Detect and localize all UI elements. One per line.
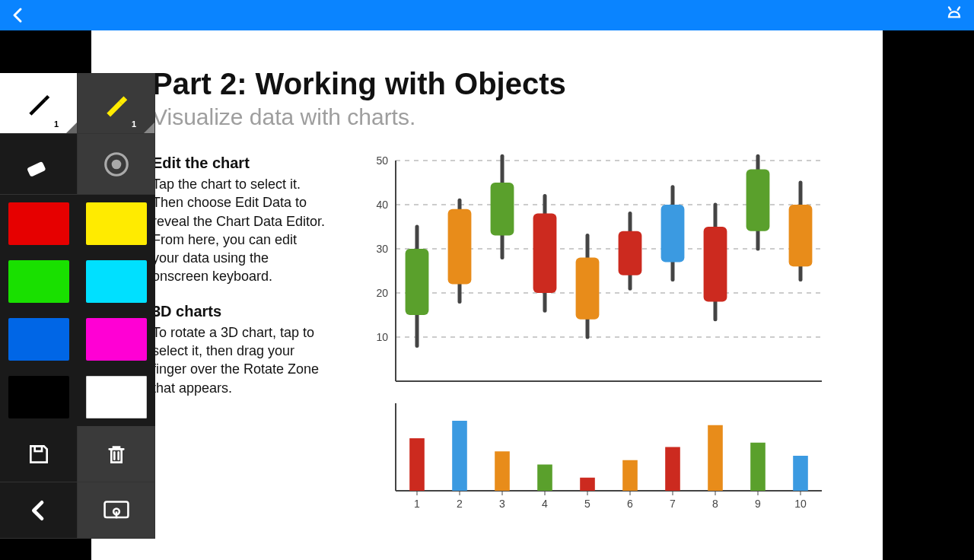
svg-rect-15 (406, 249, 429, 315)
svg-rect-54 (665, 447, 680, 492)
svg-text:2: 2 (457, 498, 463, 510)
save-icon (27, 442, 51, 466)
svg-point-68 (111, 159, 121, 169)
touch-mode-button[interactable] (78, 482, 155, 539)
svg-text:10: 10 (794, 498, 807, 510)
color-swatch[interactable] (86, 376, 147, 418)
trash-icon (104, 442, 129, 466)
pen-tool[interactable]: 1 (0, 73, 78, 134)
svg-rect-25 (619, 231, 642, 275)
color-palette (0, 195, 155, 426)
svg-rect-23 (576, 258, 600, 320)
svg-text:20: 20 (376, 287, 388, 299)
color-swatch[interactable] (86, 202, 147, 245)
svg-rect-48 (580, 478, 595, 491)
svg-text:40: 40 (376, 199, 388, 211)
svg-rect-33 (789, 205, 813, 266)
svg-rect-19 (491, 183, 514, 236)
svg-text:8: 8 (712, 498, 718, 510)
svg-text:3: 3 (499, 498, 505, 510)
svg-rect-17 (448, 209, 472, 285)
bar-chart: 12345678910 (358, 399, 829, 514)
svg-text:5: 5 (584, 498, 590, 510)
delete-button[interactable] (78, 426, 155, 482)
document-page: Part 2: Working with Objects Visualize d… (91, 30, 883, 560)
section-heading: 3D charts (152, 301, 327, 322)
svg-rect-66 (27, 161, 46, 177)
touch-icon (103, 498, 130, 523)
svg-point-1 (956, 14, 957, 15)
svg-rect-21 (533, 214, 557, 293)
top-bar (0, 0, 974, 30)
highlighter-tool[interactable]: 1 (78, 73, 155, 134)
svg-text:50: 50 (376, 154, 388, 167)
svg-rect-69 (34, 446, 41, 451)
svg-text:30: 30 (376, 243, 388, 255)
svg-text:7: 7 (670, 498, 676, 510)
svg-rect-51 (622, 460, 638, 491)
pen-size-label: 1 (54, 119, 59, 129)
svg-text:9: 9 (755, 498, 761, 510)
color-swatch[interactable] (86, 318, 147, 361)
section-heading: Edit the chart (152, 153, 327, 173)
eraser-tool[interactable] (0, 134, 78, 195)
section-paragraph: Tap the chart to select it. Then choose … (152, 175, 327, 286)
candlestick-chart: 1020304050 (358, 153, 829, 396)
svg-text:6: 6 (627, 498, 633, 510)
annotation-toolbar: 1 1 (0, 73, 155, 539)
svg-rect-45 (537, 465, 552, 492)
svg-point-0 (950, 14, 952, 15)
color-swatch[interactable] (8, 318, 69, 361)
svg-text:10: 10 (376, 331, 388, 343)
svg-rect-29 (704, 227, 727, 302)
chart-area[interactable]: 1020304050 12345678910 (358, 153, 829, 517)
svg-text:1: 1 (414, 498, 420, 510)
svg-rect-42 (495, 451, 510, 491)
pointer-tool[interactable] (78, 134, 155, 195)
color-swatch[interactable] (8, 202, 69, 245)
svg-rect-57 (708, 425, 723, 491)
svg-text:4: 4 (542, 498, 548, 510)
svg-rect-31 (746, 170, 770, 231)
android-robot-icon[interactable] (944, 5, 965, 26)
svg-rect-60 (750, 443, 766, 491)
back-chevron-icon[interactable] (9, 6, 27, 24)
page-subtitle: Visualize data with charts. (152, 104, 822, 130)
color-swatch[interactable] (8, 260, 69, 303)
highlighter-size-label: 1 (132, 119, 136, 129)
svg-rect-63 (793, 456, 808, 491)
color-swatch[interactable] (8, 376, 69, 418)
svg-rect-36 (409, 438, 425, 491)
svg-rect-27 (661, 205, 685, 262)
prev-button[interactable] (0, 482, 78, 539)
section-paragraph: To rotate a 3D chart, tap to select it, … (152, 323, 327, 397)
svg-rect-39 (452, 421, 467, 491)
page-title: Part 2: Working with Objects (152, 67, 822, 101)
instruction-column: Edit the chart Tap the chart to select i… (152, 153, 327, 517)
chevron-left-icon (27, 498, 51, 523)
save-button[interactable] (0, 426, 78, 482)
color-swatch[interactable] (86, 260, 147, 303)
